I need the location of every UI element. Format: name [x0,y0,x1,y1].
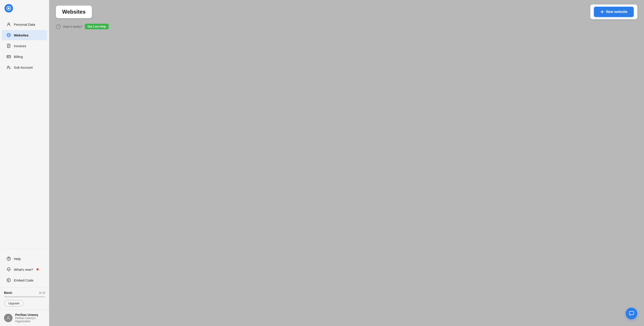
main-header: Websites New website [49,0,644,19]
person-icon [6,22,11,27]
app-logo [4,4,13,12]
sidebar-item-sub-account[interactable]: Sub Account [2,62,47,72]
user-org: Perihan Uramış's Organization [15,316,45,323]
svg-point-1 [8,8,10,9]
bottom-nav: Help What's new? Embed Code [0,251,49,288]
svg-point-20 [8,316,9,318]
user-profile[interactable]: Perihan Uramış Perihan Uramış's Organiza… [0,310,49,326]
embed-icon [6,278,11,282]
svg-rect-12 [8,57,8,58]
chat-icon [628,310,634,316]
sidebar-item-label: Personal Data [14,22,35,26]
main-content: Websites New website ? How it works? Get… [49,0,644,326]
plan-progress-bar [4,296,45,298]
main-nav: Personal Data Websites [0,17,49,246]
creditcard-icon [6,54,11,59]
upgrade-button[interactable]: Upgrade [4,300,24,306]
svg-point-19 [8,280,9,280]
bell-icon [6,267,11,272]
svg-rect-23 [629,312,634,314]
chat-fab-button[interactable] [626,308,637,319]
plus-icon [600,10,604,14]
sidebar-item-whats-new[interactable]: What's new? [2,264,47,274]
how-it-works-icon: ? [56,24,61,29]
sidebar-item-label: Websites [14,33,28,37]
get-live-help-button[interactable]: Get Live Help [85,24,109,29]
sidebar-item-embed-code[interactable]: Embed Code [2,275,47,285]
page-title-card: Websites [56,6,92,18]
how-it-works-text: How it works? [63,25,82,28]
globe-icon [6,33,11,38]
new-website-button[interactable]: New website [594,7,634,17]
sidebar-item-label: Help [14,257,21,261]
notification-badge [36,268,39,270]
person-add-icon [6,65,11,70]
plan-section: Basic 0 / 0 Upgrade [0,288,49,310]
sidebar-item-help[interactable]: Help [2,254,47,264]
page-title: Websites [62,9,86,15]
sidebar-item-billing[interactable]: Billing [2,52,47,62]
how-it-works-row: ? How it works? Get Live Help [56,24,637,29]
avatar [4,314,12,322]
receipt-icon [6,44,11,48]
sidebar-item-label: Embed Code [14,278,34,282]
plan-name: Basic [4,291,12,294]
main-body: ? How it works? Get Live Help [49,19,644,326]
plan-count: 0 / 0 [39,291,45,294]
user-name: Perihan Uramış [15,313,45,316]
sidebar-item-personal-data[interactable]: Personal Data [2,19,47,30]
sidebar-item-label: What's new? [14,268,33,272]
header-right: New website [590,4,637,19]
sidebar-item-invoices[interactable]: Invoices [2,41,47,51]
sidebar-item-websites[interactable]: Websites [2,30,47,40]
sidebar: Personal Data Websites [0,0,49,326]
nav-divider [3,249,46,249]
question-icon [6,256,11,261]
sidebar-item-label: Invoices [14,44,26,48]
user-info: Perihan Uramış Perihan Uramış's Organiza… [15,313,45,323]
sidebar-item-label: Sub Account [14,66,33,69]
svg-rect-10 [7,56,10,58]
sidebar-item-label: Billing [14,55,23,58]
new-website-label: New website [606,10,628,14]
logo-area[interactable] [0,0,49,17]
svg-point-17 [8,260,9,260]
svg-point-13 [8,66,9,67]
